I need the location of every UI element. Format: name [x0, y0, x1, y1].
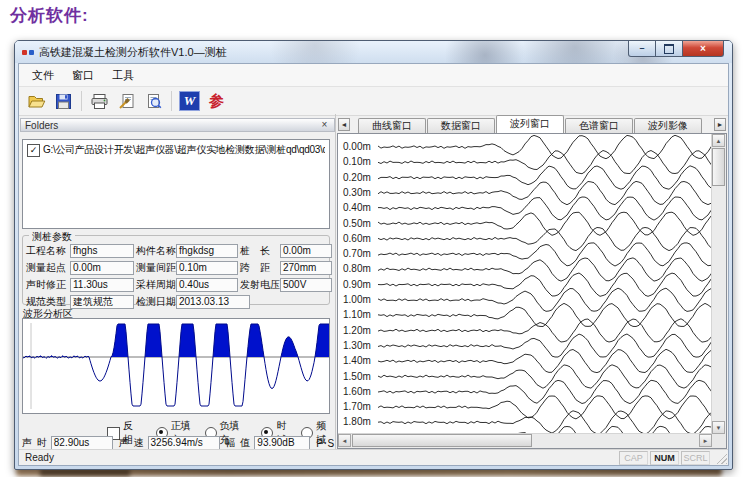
horizontal-scrollbar[interactable]: ◄ ►: [338, 433, 712, 448]
resize-grip[interactable]: [714, 451, 727, 464]
status-text: Ready: [19, 452, 54, 463]
readout-field[interactable]: 82.90us: [51, 436, 113, 450]
toolbar-separator: [81, 91, 82, 111]
param-label: 采样周期: [136, 278, 174, 292]
folders-close-button[interactable]: ×: [319, 120, 330, 130]
depth-label: 0.90m: [343, 279, 375, 290]
param-label: 跨 距: [240, 261, 278, 275]
menu-item-2[interactable]: 工具: [103, 65, 143, 86]
horizontal-scroll-thumb[interactable]: [352, 434, 532, 447]
param-field[interactable]: 0.10m: [176, 261, 238, 275]
depth-label: 1.60m: [343, 386, 375, 397]
wave-trace: [378, 380, 714, 403]
readout-label: 幅 值: [226, 436, 252, 450]
readout-2: 幅 值93.90dB: [226, 436, 311, 450]
tab-2[interactable]: 波列窗口: [496, 115, 564, 133]
wave-trace: [378, 365, 714, 388]
depth-label: 0.30m: [343, 187, 375, 198]
scroll-down-button[interactable]: ▼: [712, 421, 725, 434]
wave-trace: [378, 135, 714, 158]
print-preview-button[interactable]: [140, 89, 167, 113]
wave-list[interactable]: 0.00m0.10m0.20m0.30m0.40m0.50m0.60m0.70m…: [337, 133, 727, 449]
export-word-button[interactable]: W: [176, 89, 203, 113]
readout-0: 声 时82.90us: [22, 436, 113, 450]
param-field[interactable]: 0.40us: [176, 278, 238, 292]
folders-panel-title: Folders: [25, 120, 58, 131]
readout-field[interactable]: 3256.94m/s: [148, 436, 220, 450]
open-folder-icon: [27, 93, 46, 110]
page-title: 分析软件:: [10, 4, 89, 27]
window-controls: – ×: [629, 41, 724, 57]
tab-0[interactable]: 曲线窗口: [358, 118, 426, 133]
app-icon: [22, 50, 34, 55]
tab-3[interactable]: 色谱窗口: [565, 118, 633, 133]
close-button[interactable]: ×: [682, 41, 724, 57]
tab-4[interactable]: 波列影像: [634, 118, 702, 133]
readout-field[interactable]: 93.90dB: [254, 436, 310, 450]
params-group-title: 测桩参数: [29, 230, 75, 244]
folders-panel-header: Folders ×: [20, 118, 335, 132]
readouts-row: 声 时82.90us声 速3256.94m/s幅 值93.90dBP S D0.…: [22, 436, 333, 450]
save-button[interactable]: [50, 89, 77, 113]
word-icon: W: [179, 91, 200, 111]
title-bar[interactable]: 高铁建混凝土检测分析软件V1.0—测桩 – ×: [15, 41, 732, 63]
vertical-scroll-thumb[interactable]: [712, 148, 725, 186]
menu-item-1[interactable]: 窗口: [63, 65, 103, 86]
file-list-item[interactable]: ✓ G:\公司产品设计开发\超声仪器\超声仪实地检测数据\测桩qd\qd03\q…: [25, 142, 327, 158]
scroll-left-button[interactable]: ◄: [338, 434, 351, 447]
close-icon: ×: [700, 44, 706, 54]
depth-label: 0.20m: [343, 172, 375, 183]
wave-trace: [378, 166, 714, 189]
param-label: 测量起点: [26, 261, 68, 275]
param-field[interactable]: 11.30us: [70, 278, 134, 292]
toolbar-separator: [171, 91, 172, 111]
param-field[interactable]: fhgkdsg: [176, 244, 238, 258]
param-field[interactable]: 500V: [280, 278, 332, 292]
params-button[interactable]: 参: [203, 89, 230, 113]
indicator-num: NUM: [650, 451, 679, 465]
param-field[interactable]: 2013.03.13: [176, 295, 250, 309]
print-button[interactable]: [86, 89, 113, 113]
tab-scroll-right-button[interactable]: ►: [714, 118, 726, 131]
maximize-button[interactable]: [655, 41, 683, 57]
save-icon: [55, 93, 72, 110]
depth-labels: 0.00m0.10m0.20m0.30m0.40m0.50m0.60m0.70m…: [338, 134, 374, 448]
print-setup-icon: [118, 93, 136, 110]
scroll-up-button[interactable]: ▲: [712, 134, 725, 147]
open-file-button[interactable]: [23, 89, 50, 113]
minimize-button[interactable]: –: [628, 41, 656, 57]
param-field[interactable]: fhghs: [70, 244, 134, 258]
status-bar: Ready CAPNUMSCRL: [19, 449, 728, 465]
readout-label: 声 时: [22, 436, 48, 450]
param-field[interactable]: 0.00m: [70, 261, 134, 275]
depth-label: 0.60m: [343, 233, 375, 244]
depth-label: 0.70m: [343, 248, 375, 259]
vertical-scrollbar[interactable]: ▲ ▼: [711, 134, 726, 434]
wave-trace: [378, 151, 714, 174]
depth-label: 1.30m: [343, 340, 375, 351]
params-icon: 参: [209, 92, 224, 111]
file-checkbox[interactable]: ✓: [27, 144, 40, 157]
menu-item-0[interactable]: 文件: [23, 65, 63, 86]
wave-trace: [378, 273, 714, 296]
print-preview-icon: [145, 93, 163, 110]
tab-strip: ◄ 曲线窗口数据窗口波列窗口色谱窗口波列影像 ►: [336, 116, 728, 133]
depth-label: 1.50m: [343, 371, 375, 382]
tab-1[interactable]: 数据窗口: [427, 118, 495, 133]
print-setup-button[interactable]: [113, 89, 140, 113]
depth-label: 1.00m: [343, 294, 375, 305]
file-list[interactable]: ✓ G:\公司产品设计开发\超声仪器\超声仪实地检测数据\测桩qd\qd03\q…: [22, 139, 330, 229]
param-field[interactable]: 0.00m: [280, 244, 332, 258]
analysis-waveform: [23, 319, 329, 413]
wave-trace: [378, 258, 714, 281]
maximize-icon: [664, 44, 674, 54]
param-label: 声时修正: [26, 278, 68, 292]
tab-scroll-left-button[interactable]: ◄: [338, 118, 350, 131]
status-indicators: CAPNUMSCRL: [619, 451, 710, 465]
scroll-right-button[interactable]: ►: [699, 434, 712, 447]
waveform-plot[interactable]: [22, 318, 330, 414]
window-title: 高铁建混凝土检测分析软件V1.0—测桩: [39, 45, 227, 60]
param-field[interactable]: 270mm: [280, 261, 332, 275]
param-field[interactable]: 建筑规范: [70, 295, 134, 309]
folders-panel: Folders × ✓ G:\公司产品设计开发\超声仪器\超声仪实地检测数据\测…: [19, 114, 335, 450]
